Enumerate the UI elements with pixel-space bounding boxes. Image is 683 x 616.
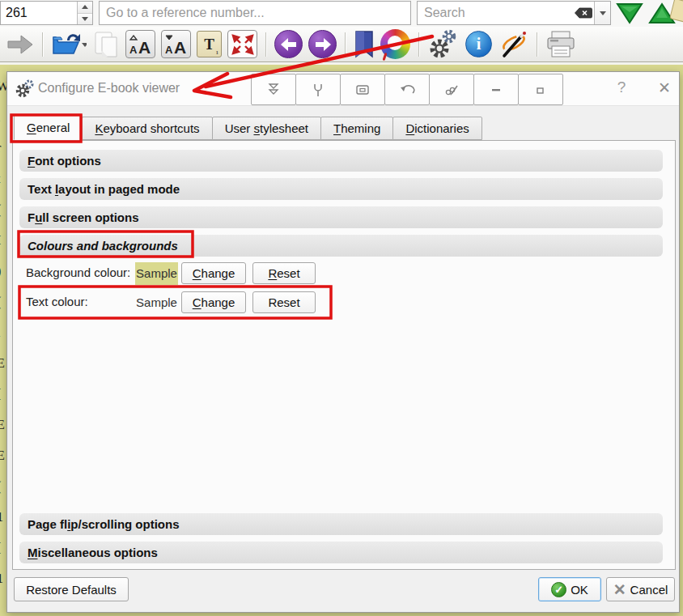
back-button[interactable] [274, 30, 303, 58]
minimize-icon[interactable] [473, 74, 519, 105]
page-number-spinner[interactable] [0, 1, 93, 25]
top-bar [0, 0, 683, 27]
dialog-title: Configure E-book viewer [38, 81, 180, 96]
toggle-full-screen-button[interactable] [227, 30, 257, 58]
cancel-x-icon: ✕ [613, 582, 626, 597]
section-font-options[interactable]: Font options [19, 150, 663, 172]
general-tab-panel: Font options Text layout in paged mode F… [12, 140, 676, 570]
reference-mode-button[interactable] [498, 28, 528, 61]
reference-input[interactable] [99, 1, 411, 25]
printer-icon [545, 30, 576, 59]
toolbar-separator [537, 32, 537, 57]
forward-button[interactable] [308, 30, 337, 58]
fullscreen-arrows-icon [231, 34, 254, 55]
white-left-arrow-icon [280, 37, 298, 52]
tab-keyboard-shortcuts[interactable]: Keyboard shortcuts [82, 117, 212, 140]
toolbar-separator [418, 32, 419, 57]
green-down-triangle-icon [616, 2, 643, 24]
spinner-buttons [77, 2, 92, 24]
help-button[interactable]: ? [610, 79, 633, 96]
open-folder-icon [51, 31, 87, 58]
screen-icon[interactable] [340, 74, 385, 105]
tab-theming[interactable]: Theming [320, 117, 393, 140]
page-number-input[interactable] [1, 2, 77, 24]
color-scheme-button[interactable] [380, 29, 410, 59]
section-miscellaneous[interactable]: Miscellaneous options [19, 542, 663, 563]
bookmark-button[interactable] [354, 28, 375, 61]
spin-up-button[interactable] [78, 2, 92, 13]
letter-tile-icon: T [204, 36, 214, 53]
copy-pages-icon [92, 30, 120, 59]
toolbar-separator [265, 32, 266, 57]
ebook-viewer-window: A A A A T1 [0, 0, 683, 616]
svg-text:A: A [129, 44, 138, 55]
restore-defaults-button[interactable]: Restore Defaults [14, 577, 129, 601]
svg-text:A: A [165, 44, 173, 55]
text-colour-change-button[interactable]: Change [181, 291, 246, 313]
dialog-gears-icon [15, 79, 36, 102]
spin-down-button[interactable] [78, 13, 92, 25]
toolbar-separator [345, 32, 346, 57]
cancel-button[interactable]: ✕ Cancel [606, 577, 675, 601]
titlebar-button-row [252, 74, 563, 105]
find-next-button[interactable] [615, 2, 644, 25]
down-arrow-icon [82, 17, 88, 21]
text-colour-sample: Sample [135, 291, 178, 314]
section-colours-backgrounds[interactable]: Colours and backgrounds [19, 235, 663, 257]
small-square-icon[interactable] [518, 74, 563, 105]
text-colour-reset-button[interactable]: Reset [252, 291, 316, 313]
font-increase-icon: A A [129, 34, 153, 55]
open-ebook-button[interactable] [51, 28, 87, 61]
section-page-flip[interactable]: Page flip/scrolling options [19, 513, 663, 535]
dialog-titlebar[interactable]: Configure E-book viewer [7, 72, 679, 106]
main-toolbar: A A A A T1 [0, 27, 683, 62]
tab-dictionaries[interactable]: Dictionaries [392, 117, 481, 140]
table-of-contents-button[interactable]: T1 [197, 31, 222, 57]
white-right-arrow-icon [314, 37, 332, 52]
text-colour-row: Text colour: Sample Change Reset [19, 291, 663, 314]
decrease-font-size-button[interactable]: A A [161, 30, 191, 58]
dialog-tabs: General Keyboard shortcuts User styleshe… [14, 116, 481, 140]
wrench-icon[interactable] [295, 74, 341, 105]
undo-arrow-icon[interactable] [384, 74, 430, 105]
text-colour-label: Text colour: [26, 295, 88, 308]
up-arrow-icon [82, 5, 88, 9]
toolbar-separator [42, 32, 43, 57]
copy-button[interactable] [92, 28, 120, 61]
magic-wand-icon [498, 30, 528, 59]
ok-check-icon: ✓ [551, 582, 566, 597]
ok-button[interactable]: ✓ OK [538, 577, 601, 601]
background-colour-change-button[interactable]: Change [181, 262, 246, 284]
increase-font-size-button[interactable]: A A [125, 30, 155, 58]
info-i-icon: i [477, 35, 481, 53]
svg-text:A: A [174, 38, 186, 55]
configure-ebook-viewer-dialog: Configure E-book viewer [6, 71, 680, 613]
close-button[interactable]: ✕ [653, 79, 676, 97]
gears-icon [427, 29, 460, 60]
section-full-screen[interactable]: Full screen options [19, 206, 663, 228]
search-input[interactable] [418, 6, 573, 20]
background-colour-row: Background colour: Sample Change Reset [19, 262, 663, 285]
edit-link-icon[interactable] [429, 74, 474, 105]
book-info-button[interactable]: i [465, 31, 492, 57]
background-colour-sample: Sample [135, 262, 178, 285]
background-colour-reset-button[interactable]: Reset [252, 262, 316, 284]
dropdown-arrow-icon [600, 11, 606, 15]
double-chevron-down-icon[interactable] [251, 74, 296, 105]
forward-history-button[interactable] [6, 28, 34, 61]
background-colour-label: Background colour: [26, 266, 130, 279]
gray-forward-arrow-icon [6, 34, 34, 55]
search-options-dropdown[interactable] [594, 2, 610, 24]
font-decrease-icon: A A [164, 34, 189, 55]
bookmark-icon [354, 31, 375, 58]
clear-search-icon[interactable] [573, 2, 594, 24]
tab-user-stylesheet[interactable]: User stylesheet [212, 117, 321, 140]
search-box [417, 1, 611, 25]
tab-general[interactable]: General [14, 115, 83, 140]
section-text-layout[interactable]: Text layout in paged mode [19, 178, 663, 200]
svg-text:A: A [138, 38, 151, 55]
preferences-button[interactable] [427, 28, 460, 61]
print-button[interactable] [545, 28, 576, 61]
